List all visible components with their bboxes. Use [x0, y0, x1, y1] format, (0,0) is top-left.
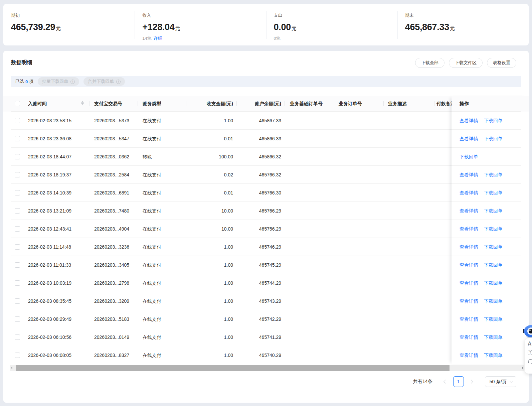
row-checkbox[interactable]	[15, 190, 20, 195]
cell-amount: 1.00	[183, 112, 233, 130]
cell-balance: 465766.29	[234, 202, 281, 220]
summary-closing-balance: 期末 465,867.33元	[397, 4, 529, 45]
row-checkbox[interactable]	[15, 172, 20, 177]
info-circle-icon: i	[70, 80, 75, 84]
view-detail-link[interactable]: 查看详情	[460, 274, 478, 292]
view-detail-link[interactable]: 查看详情	[460, 184, 478, 202]
view-detail-link[interactable]: 查看详情	[460, 328, 478, 346]
download-receipt-link[interactable]: 下载回单	[484, 346, 503, 364]
page-size-select[interactable]: 50 条/页	[485, 376, 516, 387]
view-detail-link[interactable]: 查看详情	[460, 220, 478, 238]
info-circle-icon: i	[116, 80, 121, 84]
merge-download-receipt-button[interactable]: 合并下载回单 i	[83, 77, 125, 86]
download-receipt-link[interactable]: 下载回单	[484, 130, 503, 148]
view-detail-link[interactable]: 查看详情	[460, 130, 478, 148]
download-receipt-link[interactable]: 下载回单	[484, 184, 503, 202]
cell-balance: 465766.32	[234, 166, 281, 184]
income-detail-link[interactable]: 详细	[154, 36, 162, 41]
row-checkbox[interactable]	[15, 136, 20, 141]
assistant-a-icon[interactable]: A	[528, 341, 532, 347]
cell-transaction-id: 20260203...5373	[94, 112, 129, 130]
summary-label: 期末	[405, 12, 529, 18]
row-checkbox[interactable]	[15, 334, 20, 340]
table-row: 2026-02-03 12:43:41 20260203...4904 在线支付…	[3, 220, 529, 238]
view-detail-link[interactable]: 查看详情	[460, 202, 478, 220]
row-checkbox[interactable]	[15, 353, 20, 358]
total-count-label: 共有14条	[413, 379, 432, 385]
cell-amount: 1.00	[183, 346, 233, 364]
row-checkbox[interactable]	[15, 208, 20, 214]
row-checkbox[interactable]	[15, 118, 20, 123]
view-detail-link[interactable]: 查看详情	[460, 310, 478, 328]
download-file-area-button[interactable]: 下载文件区	[449, 58, 483, 68]
table-row: 2026-02-03 14:10:39 20260203...6891 在线支付…	[3, 184, 529, 202]
view-detail-link[interactable]: 查看详情	[460, 292, 478, 310]
cell-balance: 465740.29	[234, 346, 281, 364]
row-checkbox[interactable]	[15, 262, 20, 268]
view-detail-link[interactable]: 查看详情	[460, 238, 478, 256]
cell-amount: 1.00	[183, 292, 233, 310]
horizontal-scrollbar[interactable]	[10, 365, 524, 371]
cell-entry-time: 2026-02-03 10:03:19	[28, 274, 71, 292]
unit-label: 元	[292, 25, 297, 31]
view-detail-link[interactable]: 查看详情	[460, 166, 478, 184]
download-receipt-link[interactable]: 下载回单	[484, 256, 503, 274]
table-row: 2026-02-03 18:19:37 20260203...2584 在线支付…	[3, 166, 529, 184]
cell-balance: 465741.29	[234, 328, 281, 346]
cell-transaction-id: 20260203...4904	[94, 220, 129, 238]
download-receipt-link[interactable]: 下载回单	[484, 328, 503, 346]
row-checkbox[interactable]	[15, 244, 20, 250]
col-entry-time[interactable]: 入账时间	[28, 96, 47, 112]
unit-label: 元	[56, 25, 61, 31]
prev-page-button[interactable]	[441, 378, 449, 386]
view-detail-link[interactable]: 查看详情	[460, 256, 478, 274]
sort-carets-icon[interactable]	[81, 101, 84, 105]
row-checkbox[interactable]	[15, 154, 20, 159]
download-receipt-link[interactable]: 下载回单	[484, 220, 503, 238]
cell-balance: 465745.29	[234, 256, 281, 274]
batch-download-receipt-button[interactable]: 批量下载回单 i	[38, 77, 79, 86]
view-detail-link[interactable]: 查看详情	[460, 346, 478, 364]
col-base-order-id: 业务基础订单号	[290, 96, 323, 112]
unit-label: 元	[450, 25, 455, 31]
table-row: 2026-02-03 18:44:07 20260203...0362 转账 1…	[3, 148, 529, 166]
cell-account-type: 在线支付	[143, 346, 161, 364]
robot-assistant-icon[interactable]	[523, 322, 532, 337]
download-receipt-link[interactable]: 下载回单	[484, 274, 503, 292]
download-receipt-link[interactable]: 下载回单	[460, 148, 478, 166]
download-all-button[interactable]: 下载全部	[415, 58, 445, 68]
row-checkbox[interactable]	[15, 316, 20, 322]
download-receipt-link[interactable]: 下载回单	[484, 166, 503, 184]
current-page-button[interactable]: 1	[453, 376, 464, 387]
table-body: 2026-02-03 23:58:15 20260203...5373 在线支付…	[3, 112, 529, 364]
download-receipt-link[interactable]: 下载回单	[484, 292, 503, 310]
view-detail-link[interactable]: 查看详情	[460, 112, 478, 130]
cell-transaction-id: 20260203...6891	[94, 184, 129, 202]
download-receipt-link[interactable]: 下载回单	[484, 112, 503, 130]
headset-icon[interactable]	[528, 358, 532, 365]
cell-account-type: 转账	[143, 148, 152, 166]
row-checkbox[interactable]	[15, 298, 20, 304]
row-checkbox[interactable]	[15, 226, 20, 232]
download-receipt-link[interactable]: 下载回单	[484, 238, 503, 256]
table-row: 2026-02-03 06:08:05 20260203...8327 在线支付…	[3, 346, 529, 364]
row-checkbox[interactable]	[15, 280, 20, 286]
help-icon[interactable]: ?	[528, 350, 532, 355]
select-all-checkbox[interactable]	[15, 101, 20, 106]
next-page-button[interactable]	[468, 378, 476, 386]
col-order-id: 业务订单号	[339, 96, 362, 112]
scroll-right-icon[interactable]	[522, 367, 523, 369]
row-actions: 查看详情下载回单	[452, 112, 529, 130]
cell-entry-time: 2026-02-03 12:43:41	[28, 220, 71, 238]
scroll-left-icon[interactable]	[11, 367, 12, 369]
cell-transaction-id: 20260203...2584	[94, 166, 129, 184]
scrollbar-thumb[interactable]	[16, 365, 450, 371]
assistant-panel: A ?	[525, 338, 532, 374]
cell-entry-time: 2026-02-03 13:21:09	[28, 202, 71, 220]
download-receipt-link[interactable]: 下载回单	[484, 202, 503, 220]
selected-count: 0	[25, 79, 28, 84]
cell-transaction-id: 20260203...5183	[94, 310, 129, 328]
cell-balance: 465866.33	[234, 130, 281, 148]
download-receipt-link[interactable]: 下载回单	[484, 310, 503, 328]
table-settings-button[interactable]: 表格设置	[487, 58, 516, 68]
